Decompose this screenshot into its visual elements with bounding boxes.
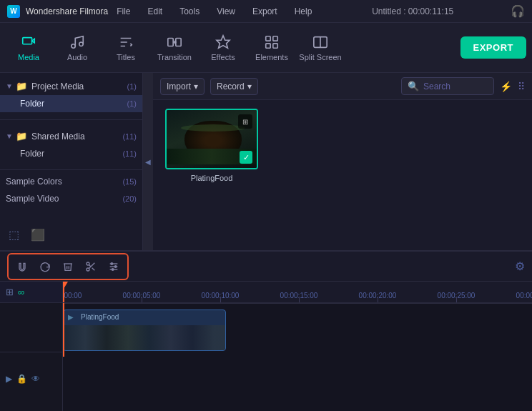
add-track-icon[interactable]: ⊞: [6, 287, 14, 297]
clip-thumbnail-strip: [64, 325, 225, 350]
svg-line-15: [92, 267, 95, 270]
shared-folder-label: Folder: [20, 149, 44, 159]
folder-icon-2: 📁: [16, 131, 27, 142]
tab-elements[interactable]: Elements: [249, 26, 295, 69]
app-logo: W: [7, 5, 20, 18]
track-lock-icon[interactable]: 🔒: [16, 374, 27, 384]
svg-rect-6: [266, 36, 270, 40]
clip-name: PlatingFood: [81, 313, 119, 321]
svg-point-13: [87, 268, 89, 271]
video-clip-platingfood[interactable]: ▶ PlatingFood: [63, 310, 226, 351]
tab-effects[interactable]: Effects: [200, 26, 246, 69]
media-panel: Import ▾ Record ▾ 🔍 ⚡ ⠿: [153, 73, 532, 250]
record-label: Record: [217, 81, 245, 91]
cut-tool[interactable]: [80, 256, 102, 277]
shared-media-folder-count: (11): [122, 149, 137, 158]
svg-point-2: [79, 42, 84, 46]
export-folder-icon[interactable]: ⬛: [31, 228, 45, 242]
export-button[interactable]: EXPORT: [460, 36, 526, 59]
track-label-video: ▶ 🔒 👁: [0, 352, 62, 405]
sample-colors-item[interactable]: Sample Colors (15): [0, 173, 142, 190]
project-media-folder-count: (1): [127, 99, 137, 108]
search-input[interactable]: [423, 81, 488, 91]
menu-tools[interactable]: Tools: [177, 5, 202, 18]
svg-point-12: [87, 262, 89, 265]
media-selected-check: ✓: [240, 151, 252, 164]
svg-point-20: [111, 262, 113, 264]
import-chevron-icon: ▾: [194, 81, 198, 91]
shared-media-header[interactable]: ▼ 📁 Shared Media (11): [0, 127, 142, 145]
divider-2: [0, 169, 142, 170]
tab-splitscreen[interactable]: Split Screen: [297, 26, 343, 69]
project-media-header[interactable]: ▼ 📁 Project Media (1): [0, 77, 142, 95]
project-media-folder[interactable]: Folder (1): [0, 95, 142, 112]
tab-media-label: Media: [18, 53, 39, 61]
link-icon[interactable]: ∞: [18, 287, 24, 297]
menu-bar: File Edit Tools View Export Help: [114, 5, 315, 18]
filter-icon[interactable]: ⚡: [500, 81, 512, 92]
tab-audio[interactable]: Audio: [54, 26, 100, 69]
magnet-tool[interactable]: [11, 256, 33, 277]
tab-transition[interactable]: Transition: [152, 26, 197, 69]
timeline-track-area: 00:00:00:00 00:00:05:00 00:00:10:00 00:0…: [63, 282, 532, 411]
project-media-section: ▼ 📁 Project Media (1) Folder (1): [0, 73, 142, 117]
left-panel: ▼ 📁 Project Media (1) Folder (1) ▼ 📁 Sha…: [0, 73, 143, 250]
svg-rect-0: [23, 37, 32, 44]
timeline-settings-icon[interactable]: ⚙: [515, 260, 525, 272]
adjust-tool[interactable]: [103, 256, 124, 277]
menu-file[interactable]: File: [114, 5, 133, 18]
record-dropdown[interactable]: Record ▾: [210, 78, 258, 95]
ruler-tick-3: [299, 297, 300, 302]
menu-help[interactable]: Help: [292, 5, 315, 18]
search-icon: 🔍: [408, 81, 419, 91]
shared-media-label: Shared Media: [31, 132, 123, 142]
menu-view[interactable]: View: [214, 5, 238, 18]
svg-rect-3: [168, 38, 173, 46]
playhead-triangle-icon: [63, 282, 68, 289]
svg-rect-9: [273, 43, 277, 47]
svg-rect-7: [273, 36, 277, 40]
shared-media-folder[interactable]: Folder (11): [0, 145, 142, 162]
clip-play-icon: ▶: [68, 313, 74, 321]
timeline-toolbar: ⚙: [0, 252, 532, 282]
ruler-mark-6: 00:00:30:00: [516, 292, 532, 299]
media-grid: ⊞ ✓ PlatingFood: [153, 100, 532, 250]
add-folder-icon[interactable]: ⬚: [9, 228, 19, 242]
menu-export[interactable]: Export: [250, 5, 280, 18]
tab-media[interactable]: Media: [6, 26, 51, 69]
project-media-label: Project Media: [31, 81, 127, 91]
sample-colors-label: Sample Colors: [6, 177, 64, 187]
title-bar: W Wondershare Filmora File Edit Tools Vi…: [0, 0, 532, 23]
ruler-mark-0: 00:00:00:00: [63, 292, 82, 299]
media-qr-icon: ⊞: [238, 114, 252, 129]
shared-media-count: (11): [122, 132, 137, 141]
tab-effects-label: Effects: [211, 53, 235, 61]
import-label: Import: [167, 81, 191, 91]
delete-tool[interactable]: [57, 256, 79, 277]
search-box[interactable]: 🔍: [401, 77, 494, 95]
tab-titles[interactable]: Titles: [103, 26, 149, 69]
main-toolbar: Media Audio Titles Transition Effects: [0, 23, 532, 73]
title-right: 🎧: [511, 4, 525, 18]
timeline-left-controls: ⊞ ∞: [0, 282, 62, 303]
tab-transition-label: Transition: [157, 53, 192, 61]
shared-media-section: ▼ 📁 Shared Media (11) Folder (11): [0, 123, 142, 167]
svg-rect-8: [266, 43, 270, 47]
track-eye-icon[interactable]: 👁: [31, 374, 40, 384]
ruler-playhead: [63, 282, 64, 302]
grid-view-icon[interactable]: ⠿: [518, 81, 525, 92]
svg-point-21: [114, 265, 117, 267]
divider: [0, 119, 142, 120]
svg-point-1: [72, 44, 76, 48]
import-dropdown[interactable]: Import ▾: [160, 78, 205, 95]
media-item-platingfood[interactable]: ⊞ ✓ PlatingFood: [162, 109, 262, 182]
redo-tool[interactable]: [34, 256, 56, 277]
tab-titles-label: Titles: [117, 53, 135, 61]
tab-elements-label: Elements: [255, 53, 288, 61]
menu-edit[interactable]: Edit: [145, 5, 166, 18]
headphone-icon[interactable]: 🎧: [511, 4, 525, 18]
project-media-count: (1): [127, 82, 137, 91]
tracks-area: ▶ PlatingFood: [63, 303, 532, 357]
panel-collapse-arrow[interactable]: ◀: [143, 73, 153, 250]
sample-video-item[interactable]: Sample Video (20): [0, 190, 142, 207]
